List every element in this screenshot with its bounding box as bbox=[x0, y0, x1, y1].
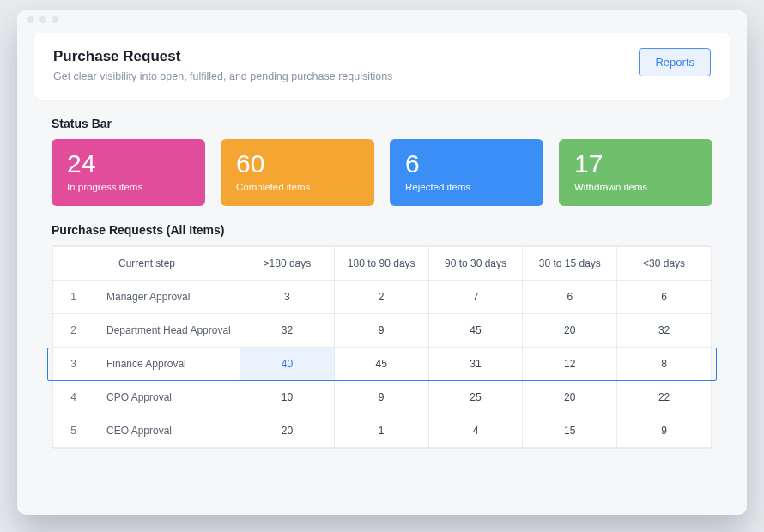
cell[interactable]: 9 bbox=[334, 314, 428, 348]
row-index: 3 bbox=[53, 348, 94, 381]
stat-label: Completed items bbox=[236, 182, 359, 192]
row-index: 4 bbox=[53, 381, 94, 414]
page-title: Purchase Request bbox=[53, 48, 392, 65]
table-row[interactable]: 2Department Head Approval329452032 bbox=[53, 314, 712, 348]
cell[interactable]: 32 bbox=[240, 314, 335, 348]
page-subtitle: Get clear visibility into open, fulfille… bbox=[53, 70, 392, 82]
status-bar-label: Status Bar bbox=[52, 117, 747, 130]
window-dot bbox=[27, 16, 34, 23]
col-90-30[interactable]: 90 to 30 days bbox=[428, 247, 523, 281]
reports-button[interactable]: Reports bbox=[639, 48, 711, 76]
cell[interactable]: 22 bbox=[617, 381, 712, 414]
cell[interactable]: 8 bbox=[617, 348, 712, 381]
stat-value: 24 bbox=[67, 151, 190, 177]
col-180-90[interactable]: 180 to 90 days bbox=[334, 247, 428, 281]
stat-card-in-progress[interactable]: 24 In progress items bbox=[52, 139, 205, 206]
cell[interactable]: 45 bbox=[428, 314, 523, 348]
titlebar bbox=[17, 10, 747, 29]
col-lt30[interactable]: <30 days bbox=[617, 247, 712, 281]
stat-card-withdrawn[interactable]: 17 Withdrawn items bbox=[559, 139, 712, 206]
cell[interactable]: 3 bbox=[240, 281, 335, 314]
col-current-step[interactable]: Current step bbox=[94, 247, 240, 281]
status-cards-row: 24 In progress items 60 Completed items … bbox=[17, 139, 747, 206]
stat-card-rejected[interactable]: 6 Rejected items bbox=[390, 139, 543, 206]
cell[interactable]: 32 bbox=[617, 314, 712, 348]
row-index: 5 bbox=[53, 414, 94, 448]
requests-table: Current step >180 days 180 to 90 days 90… bbox=[52, 246, 712, 448]
stat-value: 6 bbox=[405, 151, 528, 177]
cell[interactable]: 20 bbox=[523, 314, 617, 348]
row-step: CPO Approval bbox=[94, 381, 240, 414]
stat-label: In progress items bbox=[67, 182, 190, 192]
window-dot bbox=[52, 16, 58, 23]
cell[interactable]: 20 bbox=[240, 414, 335, 448]
cell[interactable]: 7 bbox=[428, 281, 523, 314]
col-180plus[interactable]: >180 days bbox=[240, 247, 335, 281]
cell[interactable]: 20 bbox=[523, 381, 617, 414]
row-step: Department Head Approval bbox=[94, 314, 240, 348]
row-index: 1 bbox=[53, 281, 94, 314]
table-header-row: Current step >180 days 180 to 90 days 90… bbox=[53, 247, 712, 281]
row-step: CEO Approval bbox=[94, 414, 240, 448]
stat-value: 60 bbox=[236, 151, 359, 177]
row-step: Manager Approval bbox=[94, 281, 240, 314]
cell[interactable]: 9 bbox=[617, 414, 712, 448]
cell[interactable]: 4 bbox=[428, 414, 523, 448]
header-card: Purchase Request Get clear visibility in… bbox=[34, 33, 730, 100]
stat-label: Rejected items bbox=[405, 182, 528, 192]
table-row[interactable]: 3Finance Approval404531128 bbox=[53, 348, 712, 381]
cell[interactable]: 1 bbox=[334, 414, 428, 448]
cell[interactable]: 6 bbox=[523, 281, 617, 314]
cell[interactable]: 15 bbox=[523, 414, 617, 448]
cell[interactable]: 25 bbox=[428, 381, 523, 414]
window-dot bbox=[39, 16, 46, 23]
cell[interactable]: 31 bbox=[428, 348, 523, 381]
row-step: Finance Approval bbox=[94, 348, 240, 381]
cell[interactable]: 2 bbox=[334, 281, 428, 314]
table-row[interactable]: 1Manager Approval32766 bbox=[53, 281, 712, 314]
stat-value: 17 bbox=[574, 151, 697, 177]
table-row[interactable]: 5CEO Approval2014159 bbox=[53, 414, 712, 448]
stat-card-completed[interactable]: 60 Completed items bbox=[221, 139, 374, 206]
table-row[interactable]: 4CPO Approval109252022 bbox=[53, 381, 712, 414]
cell[interactable]: 40 bbox=[240, 348, 335, 381]
col-blank bbox=[53, 247, 94, 281]
cell[interactable]: 45 bbox=[334, 348, 428, 381]
table-title: Purchase Requests (All Items) bbox=[52, 223, 747, 237]
stat-label: Withdrawn items bbox=[574, 182, 697, 192]
cell[interactable]: 10 bbox=[240, 381, 335, 414]
row-index: 2 bbox=[53, 314, 94, 348]
requests-table-wrap: Current step >180 days 180 to 90 days 90… bbox=[52, 245, 712, 449]
cell[interactable]: 6 bbox=[617, 281, 712, 314]
cell[interactable]: 12 bbox=[523, 348, 617, 381]
cell[interactable]: 9 bbox=[334, 381, 428, 414]
app-window: Purchase Request Get clear visibility in… bbox=[17, 10, 747, 515]
col-30-15[interactable]: 30 to 15 days bbox=[523, 247, 617, 281]
